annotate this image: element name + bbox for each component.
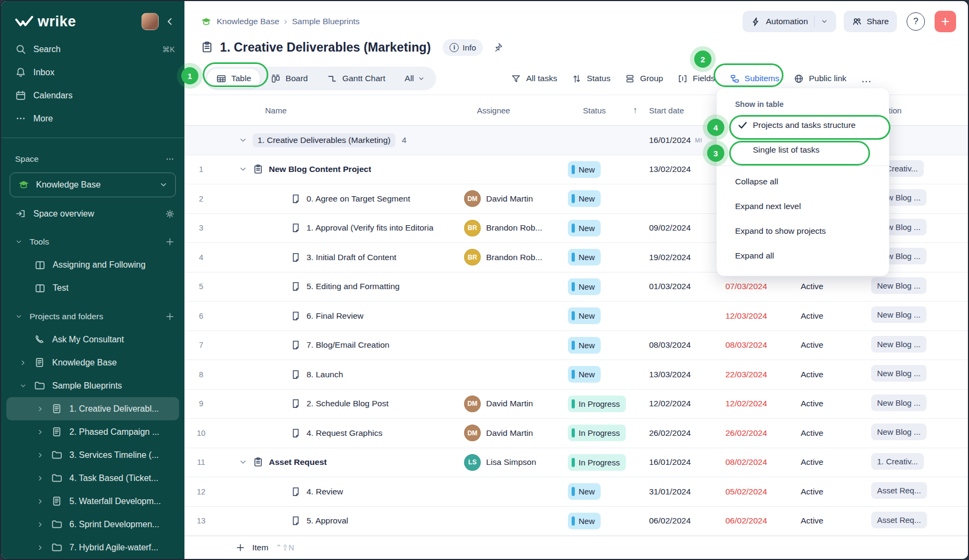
table-row[interactable]: 8 8. Launch New 13/03/ xyxy=(184,360,968,390)
tools-section-header[interactable]: Tools xyxy=(1,231,184,253)
menu-action[interactable]: Expand to show projects xyxy=(717,219,889,243)
task-name[interactable]: 7. Blog/Email Creation xyxy=(307,340,389,350)
help-button[interactable]: ? xyxy=(907,12,925,31)
project-state-cell[interactable]: Active xyxy=(785,340,854,350)
status-cell[interactable]: New xyxy=(564,249,636,265)
task-name[interactable]: 8. Launch xyxy=(307,370,343,379)
sidebar-collapse-icon[interactable] xyxy=(165,17,175,26)
menu-action[interactable]: Expand all xyxy=(717,243,889,268)
location-cell[interactable]: New Blog ... xyxy=(854,306,968,325)
tree-chevron-icon[interactable] xyxy=(37,405,44,413)
add-item-row[interactable]: Item ⌃⇧N xyxy=(184,536,968,559)
project-tree-item[interactable]: 3. Services Timeline (... xyxy=(6,443,179,466)
due-date-cell[interactable]: 08/03/2024 xyxy=(715,340,785,350)
location-pill[interactable]: New Blog ... xyxy=(871,306,927,323)
assignee-avatar[interactable]: DM xyxy=(464,190,481,207)
location-pill[interactable]: New Blog ... xyxy=(871,423,927,440)
start-date-cell[interactable]: 06/02/2024 xyxy=(636,516,715,526)
location-pill[interactable]: 1. Creativ... xyxy=(871,453,924,470)
table-row[interactable]: 12 4. Review New 31/01 xyxy=(184,477,968,507)
project-tree-item[interactable]: 2. Phased Campaign ... xyxy=(6,420,179,443)
breadcrumb-space[interactable]: Knowledge Base xyxy=(217,17,279,26)
task-name[interactable]: 5. Approval xyxy=(307,516,348,526)
status-cell[interactable]: New xyxy=(564,366,636,383)
sidebar-nav-item[interactable]: Inbox xyxy=(1,61,184,84)
tab-board[interactable]: Board xyxy=(261,69,317,88)
task-name[interactable]: 4. Request Graphics xyxy=(307,428,382,438)
location-pill[interactable]: New Blog ... xyxy=(871,394,927,411)
table-row[interactable]: 13 5. Approval New 06/ xyxy=(184,507,968,536)
table-row[interactable]: 11 Asset Request LS Lisa Simpson In Prog… xyxy=(184,448,968,478)
status-cell[interactable]: In Progress xyxy=(564,454,636,471)
start-date-cell[interactable]: 01/03/2024 xyxy=(636,282,715,291)
tree-chevron-icon[interactable] xyxy=(19,359,27,367)
assignee-avatar[interactable]: BR xyxy=(464,249,481,265)
status-cell[interactable]: New xyxy=(564,278,636,295)
location-cell[interactable]: New Blog ... xyxy=(854,365,968,384)
gear-icon[interactable] xyxy=(165,209,175,219)
chevron-down-icon[interactable] xyxy=(239,458,247,466)
sidebar-nav-item[interactable]: More xyxy=(1,107,184,130)
tree-chevron-icon[interactable] xyxy=(37,544,44,551)
public-link-button[interactable]: Public link xyxy=(794,74,846,84)
location-cell[interactable]: Asset Req... xyxy=(854,482,968,501)
start-date-cell[interactable]: 08/03/2024 xyxy=(636,340,715,350)
menu-option[interactable]: Single list of tasks xyxy=(717,138,889,162)
table-row[interactable]: 9 2. Schedule Blog Post DM David Martin … xyxy=(184,390,968,419)
project-tree-item[interactable]: Sample Blueprints xyxy=(6,374,179,397)
space-selector[interactable]: Knowledge Base xyxy=(10,173,176,197)
sidebar-nav-item[interactable]: Calendars xyxy=(1,84,184,107)
wrike-logo[interactable]: wrike xyxy=(15,13,76,30)
tree-chevron-icon[interactable] xyxy=(19,336,27,343)
project-state-cell[interactable]: Active xyxy=(785,370,854,379)
project-tree-item[interactable]: 7. Hybrid Agile-waterf... xyxy=(6,536,179,559)
project-tree-item[interactable]: 1. Creative Deliverabl... xyxy=(6,397,179,420)
location-pill[interactable]: Asset Req... xyxy=(871,482,927,499)
project-state-cell[interactable]: Active xyxy=(785,428,854,438)
task-name[interactable]: New Blog Content Project xyxy=(269,164,371,174)
due-date-cell[interactable]: 05/02/2024 xyxy=(715,487,785,497)
location-pill[interactable]: New Blog ... xyxy=(871,277,927,294)
status-cell[interactable]: New xyxy=(564,161,636,178)
due-date-cell[interactable]: 26/02/2024 xyxy=(715,428,785,438)
due-date-cell[interactable]: 08/02/2024 xyxy=(715,457,785,467)
task-name[interactable]: Asset Request xyxy=(269,457,327,467)
status-cell[interactable]: In Progress xyxy=(564,396,636,412)
start-date-cell[interactable]: 09/02/2024 xyxy=(636,223,715,233)
location-pill[interactable]: New Blog ... xyxy=(871,336,927,353)
status-cell[interactable]: New xyxy=(564,483,636,500)
project-tree-item[interactable]: 5. Waterfall Developm... xyxy=(6,490,179,513)
start-date-cell[interactable]: 13/02/2024 xyxy=(636,164,715,174)
automation-button[interactable]: Automation xyxy=(743,11,836,32)
tree-chevron-icon[interactable] xyxy=(19,382,27,390)
info-button[interactable]: i Info xyxy=(443,39,483,56)
tab-table[interactable]: Table xyxy=(207,69,260,88)
due-date-cell[interactable]: 12/03/2024 xyxy=(715,311,785,321)
breadcrumb-folder[interactable]: Sample Blueprints xyxy=(292,17,360,26)
tree-chevron-icon[interactable] xyxy=(37,475,44,482)
column-status[interactable]: Status xyxy=(564,106,636,115)
subitems-button[interactable]: Subitems xyxy=(730,74,780,84)
start-date-cell[interactable]: 13/03/2024 xyxy=(636,370,715,379)
project-tree-item[interactable]: 6. Sprint Developmen... xyxy=(6,513,179,536)
location-cell[interactable]: New Blog ... xyxy=(854,394,968,413)
toolbar-more-button[interactable]: … xyxy=(861,73,872,85)
location-cell[interactable]: Asset Req... xyxy=(854,512,968,530)
group-name[interactable]: 1. Creative Deliverables (Marketing) xyxy=(253,133,395,147)
project-state-cell[interactable]: Active xyxy=(785,399,854,408)
location-cell[interactable]: 1. Creativ... xyxy=(854,453,968,472)
space-overview-item[interactable]: Space overview xyxy=(1,203,184,225)
location-pill[interactable]: Asset Req... xyxy=(871,512,927,528)
due-date-cell[interactable]: 06/02/2024 xyxy=(715,516,785,526)
status-cell[interactable]: New xyxy=(564,190,636,207)
chevron-down-icon[interactable] xyxy=(239,136,247,145)
task-name[interactable]: 6. Final Review xyxy=(307,311,364,321)
menu-action[interactable]: Collapse all xyxy=(717,169,889,194)
projects-section-header[interactable]: Projects and folders xyxy=(1,305,184,328)
task-name[interactable]: 2. Schedule Blog Post xyxy=(307,399,389,408)
share-button[interactable]: Share xyxy=(844,11,897,32)
task-name[interactable]: 3. Initial Draft of Content xyxy=(307,253,396,262)
plus-icon[interactable] xyxy=(165,237,175,247)
assignee-avatar[interactable]: LS xyxy=(464,454,481,471)
sort-button[interactable]: Status xyxy=(572,74,610,84)
